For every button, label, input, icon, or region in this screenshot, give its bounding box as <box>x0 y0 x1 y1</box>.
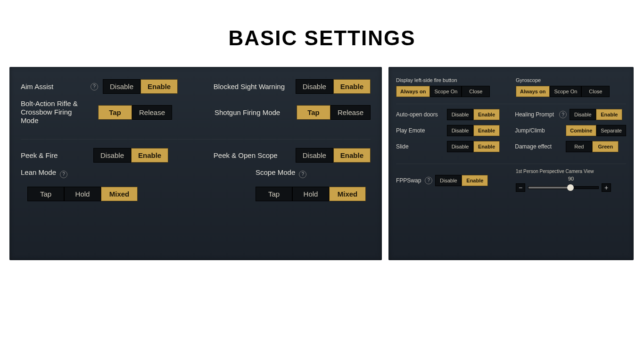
row-auto-open-doors: Auto-open doors Disable Enable <box>396 109 505 120</box>
label-gyroscope: Gyroscope <box>516 77 626 83</box>
label-scope-mode: Scope Mode <box>256 168 295 176</box>
option-enable[interactable]: Enable <box>140 79 178 94</box>
toggle-lean-mode[interactable]: Tap Hold Mixed <box>27 187 138 201</box>
slider-fpp-camera[interactable]: − + <box>516 183 626 192</box>
option-scope-on[interactable]: Scope On <box>430 86 462 97</box>
option-tap[interactable]: Tap <box>297 105 330 120</box>
row-peek-scope: Peek & Open Scope Disable Enable <box>214 148 371 163</box>
panel-left: Aim Assist ? Disable Enable Blocked Sigh… <box>9 67 382 260</box>
option-disable[interactable]: Disable <box>103 79 140 94</box>
label-play-emote: Play Emote <box>396 127 443 134</box>
block-left-fire: Display left-side fire button Always on … <box>396 77 506 97</box>
label-slide: Slide <box>396 143 443 150</box>
row-shotgun: Shotgun Firing Mode Tap Release <box>215 99 371 125</box>
option-enable[interactable]: Enable <box>333 148 371 163</box>
row-peek-fire: Peek & Fire Disable Enable <box>21 148 168 163</box>
label-bolt-crossbow: Bolt-Action Rifle & Crossbow Firing Mode <box>21 99 91 125</box>
option-always-on[interactable]: Always on <box>516 86 550 97</box>
label-fpp-swap: FPPSwap <box>396 177 421 184</box>
option-disable[interactable]: Disable <box>296 148 333 163</box>
toggle-fpp-swap[interactable]: Disable Enable <box>435 175 488 186</box>
option-disable[interactable]: Disable <box>447 109 473 120</box>
option-mixed[interactable]: Mixed <box>329 187 366 201</box>
row-healing-prompt: Healing Prompt ? Disable Enable <box>515 109 626 120</box>
help-icon[interactable]: ? <box>559 111 567 118</box>
toggle-blocked-sight[interactable]: Disable Enable <box>296 79 371 94</box>
option-release[interactable]: Release <box>132 105 172 120</box>
section-peek-modes: Peek & Fire Disable Enable Peek & Open S… <box>21 144 371 215</box>
label-shotgun: Shotgun Firing Mode <box>215 108 290 116</box>
toggle-gyroscope[interactable]: Always on Scope On Close <box>516 86 626 97</box>
section-fire-gyro: Display left-side fire button Always on … <box>396 73 626 104</box>
block-gyroscope: Gyroscope Always on Scope On Close <box>516 77 626 97</box>
option-disable[interactable]: Disable <box>570 109 596 120</box>
toggle-damage-effect[interactable]: Red Green <box>566 141 619 152</box>
option-close[interactable]: Close <box>581 86 610 97</box>
section-misc-toggles: Auto-open doors Disable Enable Play Emot… <box>396 104 626 164</box>
panel-right: Display left-side fire button Always on … <box>388 67 634 260</box>
toggle-jump-climb[interactable]: Combine Separate <box>566 125 626 136</box>
label-peek-fire: Peek & Fire <box>21 151 87 159</box>
toggle-peek-fire[interactable]: Disable Enable <box>93 148 168 163</box>
toggle-bolt-crossbow[interactable]: Tap Release <box>98 105 172 120</box>
slider-track[interactable] <box>528 186 599 189</box>
toggle-auto-open-doors[interactable]: Disable Enable <box>447 109 500 120</box>
option-enable[interactable]: Enable <box>333 79 371 94</box>
option-combine[interactable]: Combine <box>566 125 596 136</box>
option-enable[interactable]: Enable <box>596 109 622 120</box>
row-damage-effect: Damage effect Red Green <box>515 141 626 152</box>
option-hold[interactable]: Hold <box>292 187 329 201</box>
option-disable[interactable]: Disable <box>93 148 131 163</box>
decrement-button[interactable]: − <box>516 183 525 192</box>
toggle-slide[interactable]: Disable Enable <box>447 141 500 152</box>
toggle-scope-mode[interactable]: Tap Hold Mixed <box>256 187 366 201</box>
option-tap[interactable]: Tap <box>256 187 292 201</box>
option-close[interactable]: Close <box>462 86 490 97</box>
section-aim-fire: Aim Assist ? Disable Enable Blocked Sigh… <box>21 75 371 140</box>
block-scope-mode: Scope Mode ? Tap Hold Mixed <box>256 168 366 201</box>
label-healing-prompt: Healing Prompt <box>515 111 555 118</box>
option-enable[interactable]: Enable <box>473 109 500 120</box>
block-fpp-camera: 1st Person Perspective Camera View 90 − … <box>516 169 626 192</box>
option-enable[interactable]: Enable <box>462 175 488 186</box>
section-fpp: FPPSwap ? Disable Enable 1st Person Pers… <box>396 164 626 198</box>
option-scope-on[interactable]: Scope On <box>550 86 581 97</box>
help-icon[interactable]: ? <box>60 171 67 178</box>
option-disable[interactable]: Disable <box>447 141 473 152</box>
toggle-peek-scope[interactable]: Disable Enable <box>296 148 371 163</box>
option-disable[interactable]: Disable <box>435 175 462 186</box>
toggle-play-emote[interactable]: Disable Enable <box>447 125 500 136</box>
option-enable[interactable]: Enable <box>131 148 168 163</box>
option-tap[interactable]: Tap <box>27 187 64 201</box>
row-aim-assist: Aim Assist ? Disable Enable <box>21 79 178 94</box>
label-blocked-sight: Blocked Sight Warning <box>214 82 289 90</box>
option-disable[interactable]: Disable <box>447 125 473 136</box>
option-mixed[interactable]: Mixed <box>101 187 138 201</box>
label-auto-open-doors: Auto-open doors <box>396 111 443 118</box>
toggle-aim-assist[interactable]: Disable Enable <box>103 79 178 94</box>
option-disable[interactable]: Disable <box>296 79 333 94</box>
toggle-shotgun[interactable]: Tap Release <box>297 105 371 120</box>
option-release[interactable]: Release <box>330 105 371 120</box>
option-always-on[interactable]: Always on <box>396 86 430 97</box>
increment-button[interactable]: + <box>602 183 611 192</box>
help-icon[interactable]: ? <box>299 171 306 178</box>
row-fpp-swap: FPPSwap ? Disable Enable <box>396 175 506 186</box>
row-bolt-crossbow: Bolt-Action Rifle & Crossbow Firing Mode… <box>21 99 172 125</box>
row-slide: Slide Disable Enable <box>396 141 505 152</box>
help-icon[interactable]: ? <box>91 83 98 90</box>
page-title: BASIC SETTINGS <box>0 26 644 50</box>
option-green[interactable]: Green <box>592 141 619 152</box>
toggle-left-fire[interactable]: Always on Scope On Close <box>396 86 506 97</box>
slider-thumb[interactable] <box>567 184 574 191</box>
label-lean-mode: Lean Mode <box>21 168 56 176</box>
option-separate[interactable]: Separate <box>596 125 626 136</box>
option-tap[interactable]: Tap <box>98 105 132 120</box>
option-enable[interactable]: Enable <box>473 125 500 136</box>
option-hold[interactable]: Hold <box>64 187 101 201</box>
option-enable[interactable]: Enable <box>473 141 500 152</box>
help-icon[interactable]: ? <box>425 177 432 184</box>
toggle-healing-prompt[interactable]: Disable Enable <box>570 109 622 120</box>
option-red[interactable]: Red <box>566 141 592 152</box>
slider-fill <box>528 187 570 189</box>
